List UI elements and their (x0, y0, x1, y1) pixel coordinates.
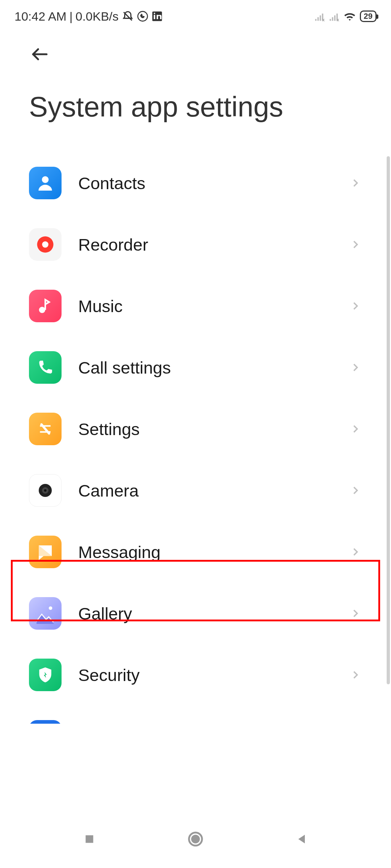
music-icon (29, 290, 62, 322)
list-item-contacts[interactable]: Contacts (0, 152, 391, 214)
chevron-right-icon (349, 422, 362, 435)
app-bar (0, 33, 391, 72)
page-title: System app settings (0, 72, 391, 152)
item-label: Contacts (78, 173, 332, 193)
chevron-right-icon (349, 361, 362, 374)
svg-point-10 (42, 241, 49, 248)
gallery-icon (29, 597, 62, 630)
recorder-icon (29, 228, 62, 261)
battery-icon: 29 (360, 10, 377, 22)
security-icon (29, 659, 62, 691)
item-label: Messaging (78, 542, 332, 562)
wifi-icon (343, 10, 356, 23)
item-label: Recorder (78, 235, 332, 255)
chevron-right-icon (349, 607, 362, 620)
svg-point-17 (49, 607, 52, 610)
item-label: Camera (78, 481, 332, 501)
svg-point-8 (42, 176, 49, 183)
list-item-camera[interactable]: Camera (0, 460, 391, 521)
mute-icon (122, 10, 134, 22)
list-item-messaging[interactable]: Messaging (0, 521, 391, 583)
svg-rect-3 (154, 15, 155, 19)
chevron-right-icon (349, 545, 362, 558)
back-nav-button[interactable] (291, 828, 312, 850)
chevron-right-icon (349, 176, 362, 190)
navigation-bar (0, 810, 391, 868)
signal-1-icon: x (314, 11, 325, 22)
settings-icon (29, 413, 62, 445)
svg-text:x: x (337, 17, 339, 22)
svg-point-4 (154, 13, 155, 14)
item-label: Security (78, 665, 332, 685)
item-label: Settings (78, 419, 332, 439)
camera-icon (29, 474, 62, 507)
list-item-recorder[interactable]: Recorder (0, 214, 391, 275)
svg-text:x: x (322, 17, 325, 22)
settings-list: Contacts Recorder Music Call settings (0, 152, 391, 724)
list-item-gallery[interactable]: Gallery (0, 583, 391, 644)
status-bar: 10:42 AM | 0.0KB/s x x 29 (0, 0, 391, 33)
svg-point-20 (191, 835, 200, 843)
chevron-right-icon (349, 238, 362, 251)
item-label: Gallery (78, 604, 332, 624)
call-icon (29, 351, 62, 384)
messaging-icon (29, 536, 62, 568)
list-item-music[interactable]: Music (0, 275, 391, 337)
item-label: Call settings (78, 358, 332, 378)
list-item-settings[interactable]: Settings (0, 398, 391, 460)
status-left: 10:42 AM | 0.0KB/s (14, 9, 163, 24)
list-item-call-settings[interactable]: Call settings (0, 337, 391, 398)
status-time: 10:42 AM (14, 9, 67, 24)
status-right: x x 29 (314, 10, 377, 23)
linkedin-icon (151, 10, 163, 22)
list-item-security[interactable]: Security (0, 644, 391, 706)
calendar-icon (29, 720, 62, 724)
status-data-speed: 0.0KB/s (76, 9, 119, 24)
whatsapp-icon (137, 10, 148, 22)
recents-button[interactable] (79, 828, 100, 850)
signal-2-icon: x (329, 11, 340, 22)
chevron-right-icon (349, 668, 362, 681)
chevron-right-icon (349, 484, 362, 497)
chevron-right-icon (349, 299, 362, 312)
contacts-icon (29, 167, 62, 199)
scroll-indicator[interactable] (387, 156, 390, 684)
home-button[interactable] (185, 828, 206, 850)
svg-point-16 (44, 489, 47, 492)
back-button[interactable] (29, 43, 51, 65)
svg-rect-18 (85, 835, 93, 843)
item-label: Music (78, 296, 332, 316)
list-item-partial[interactable] (0, 706, 391, 724)
svg-point-11 (39, 307, 45, 313)
